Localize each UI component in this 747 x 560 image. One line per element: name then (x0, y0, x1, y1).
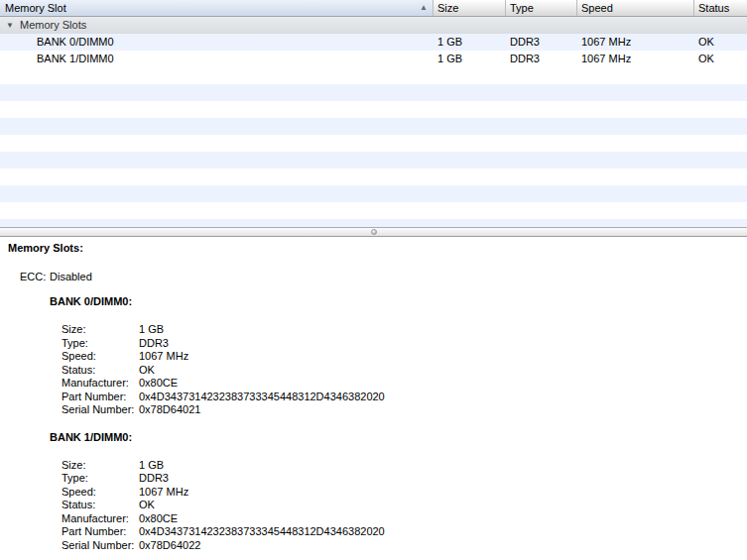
empty-table-row (0, 168, 747, 185)
cell-type: DDR3 (506, 51, 577, 67)
detail-field-type: Type: DDR3 (62, 337, 739, 351)
field-value: 1067 MHz (139, 350, 188, 364)
column-header-type[interactable]: Type (506, 0, 577, 16)
field-label: Size: (62, 459, 139, 473)
empty-table-row (0, 135, 747, 152)
detail-field-serial-number: Serial Number: 0x78D64021 (62, 403, 739, 417)
detail-field-speed: Speed: 1067 MHz (62, 486, 739, 500)
bank1-detail-block: BANK 1/DIMM0: Size: 1 GB Type: DDR3 Spee… (50, 431, 739, 553)
column-header-label: Status (698, 2, 729, 14)
cell-size: 1 GB (434, 34, 506, 51)
field-label: Status: (62, 364, 139, 378)
cell-memory-slot: BANK 0/DIMM0 (0, 34, 434, 51)
detail-field-size: Size: 1 GB (62, 459, 739, 473)
column-header-label: Memory Slot (5, 2, 66, 14)
field-label: Status: (62, 499, 139, 512)
bank-title: BANK 1/DIMM0: (50, 431, 739, 443)
sort-ascending-icon: ▲ (420, 0, 428, 16)
disclosure-triangle-icon[interactable]: ▼ (6, 17, 14, 34)
empty-table-row (0, 152, 747, 168)
column-header-status[interactable]: Status (694, 0, 747, 16)
detail-field-size: Size: 1 GB (62, 323, 739, 337)
system-profiler-memory-panel: Memory Slot ▲ Size Type Speed Status ▼ M… (0, 0, 747, 560)
field-label: Speed: (62, 350, 139, 364)
field-value: 1 GB (139, 459, 164, 473)
cell-status: OK (694, 51, 747, 67)
empty-table-row (0, 101, 747, 118)
table-header: Memory Slot ▲ Size Type Speed Status (0, 0, 747, 17)
column-header-speed[interactable]: Speed (577, 0, 694, 16)
field-value: OK (139, 499, 155, 512)
empty-table-row (0, 202, 747, 219)
field-value: 1 GB (139, 323, 164, 337)
field-value: DDR3 (139, 472, 169, 486)
ecc-value: Disabled (50, 271, 92, 282)
ecc-label: ECC: (20, 271, 50, 282)
field-label: Type: (62, 472, 139, 486)
field-value: 0x78D64021 (139, 403, 200, 417)
empty-table-row (0, 185, 747, 202)
memory-slots-table: Memory Slot ▲ Size Type Speed Status ▼ M… (0, 0, 747, 227)
bank0-detail-block: BANK 0/DIMM0: Size: 1 GB Type: DDR3 Spee… (50, 295, 739, 417)
detail-field-part-number: Part Number: 0x4D34373142323837333454483… (62, 525, 739, 539)
splitter-dimple-icon (371, 229, 377, 235)
detail-field-status: Status: OK (62, 364, 739, 378)
field-value: 0x4D3437314232383733345448312D4346382020 (139, 525, 385, 539)
column-header-label: Size (437, 2, 458, 14)
cell-memory-slot: BANK 1/DIMM0 (0, 51, 434, 67)
column-header-label: Speed (581, 2, 613, 14)
splitter-handle[interactable] (0, 227, 747, 237)
field-value: 0x78D64022 (139, 539, 200, 553)
field-label: Size: (62, 323, 139, 337)
detail-field-speed: Speed: 1067 MHz (62, 350, 739, 364)
cell-status: OK (694, 34, 747, 51)
field-label: Type: (62, 337, 139, 351)
field-label: Part Number: (62, 525, 139, 539)
column-header-memory-slot[interactable]: Memory Slot ▲ (0, 0, 434, 16)
empty-table-row (0, 67, 747, 84)
field-value: 0x4D3437314232383733345448312D4346382020 (139, 391, 385, 404)
field-value: 0x80CE (139, 377, 178, 391)
field-value: OK (139, 364, 155, 378)
empty-table-row (0, 84, 747, 101)
field-value: 1067 MHz (139, 486, 188, 500)
table-row-bank0[interactable]: BANK 0/DIMM0 1 GB DDR3 1067 MHz OK (0, 34, 747, 51)
ecc-row: ECC: Disabled (20, 271, 739, 282)
cell-size: 1 GB (434, 51, 506, 67)
field-label: Manufacturer: (62, 377, 139, 391)
field-label: Serial Number: (62, 539, 139, 553)
table-row-bank1[interactable]: BANK 1/DIMM0 1 GB DDR3 1067 MHz OK (0, 51, 747, 67)
empty-table-row (0, 219, 747, 227)
detail-field-type: Type: DDR3 (62, 472, 739, 486)
column-header-label: Type (510, 2, 534, 14)
cell-type: DDR3 (506, 34, 577, 51)
detail-pane: Memory Slots: ECC: Disabled BANK 0/DIMM0… (0, 237, 747, 560)
field-label: Part Number: (62, 391, 139, 404)
group-row-memory-slots[interactable]: ▼ Memory Slots (0, 17, 747, 34)
detail-title: Memory Slots: (8, 242, 739, 254)
detail-field-manufacturer: Manufacturer: 0x80CE (62, 377, 739, 391)
group-row-label: Memory Slots (20, 19, 86, 31)
cell-speed: 1067 MHz (577, 34, 694, 51)
detail-field-serial-number: Serial Number: 0x78D64022 (62, 539, 739, 553)
detail-field-status: Status: OK (62, 499, 739, 512)
column-header-size[interactable]: Size (434, 0, 506, 16)
field-label: Manufacturer: (62, 512, 139, 526)
field-label: Serial Number: (62, 403, 139, 417)
bank-title: BANK 0/DIMM0: (50, 295, 739, 307)
field-label: Speed: (62, 486, 139, 500)
empty-table-row (0, 118, 747, 135)
field-value: DDR3 (139, 337, 169, 351)
field-value: 0x80CE (139, 512, 178, 526)
detail-field-manufacturer: Manufacturer: 0x80CE (62, 512, 739, 526)
cell-speed: 1067 MHz (577, 51, 694, 67)
empty-table-area (0, 67, 747, 227)
detail-field-part-number: Part Number: 0x4D34373142323837333454483… (62, 391, 739, 404)
